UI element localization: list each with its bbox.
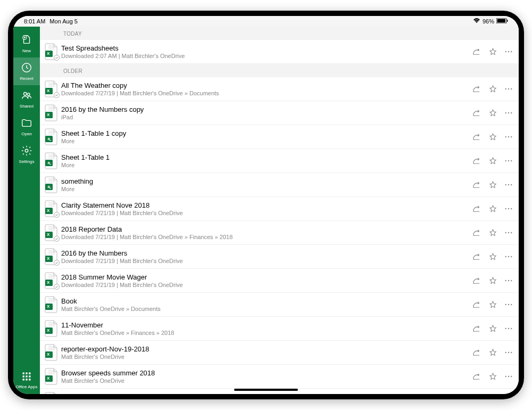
excel-file-icon: X xyxy=(44,248,58,265)
file-title: reporter-export-Nov-19-2018 xyxy=(61,345,469,353)
svg-text:X: X xyxy=(47,328,50,333)
sidebar-item-settings[interactable]: Settings xyxy=(13,141,40,168)
share-icon[interactable] xyxy=(472,132,481,142)
share-icon[interactable] xyxy=(472,228,481,237)
star-icon[interactable] xyxy=(488,204,497,214)
svg-text:X: X xyxy=(47,88,50,93)
svg-point-41 xyxy=(505,160,506,161)
excel-file-icon: X xyxy=(44,43,58,60)
share-icon[interactable] xyxy=(472,372,481,381)
share-icon[interactable] xyxy=(472,252,481,261)
file-text: 2016 by the NumbersDownloaded 7/21/19 | … xyxy=(61,249,469,264)
file-row[interactable]: X Test SpreadsheetsDownloaded 2:07 AM | … xyxy=(40,40,519,64)
file-subtitle: Downloaded 7/21/19 | Matt Birchler's One… xyxy=(61,234,469,240)
more-icon[interactable] xyxy=(504,132,513,142)
more-icon[interactable] xyxy=(504,324,513,333)
share-icon[interactable] xyxy=(472,108,481,118)
more-icon[interactable] xyxy=(504,228,513,237)
file-title: Sheet 1-Table 1 xyxy=(61,153,469,161)
file-text: 2018 Reporter DataDownloaded 7/21/19 | M… xyxy=(61,225,469,240)
share-icon[interactable] xyxy=(472,276,481,285)
star-icon[interactable] xyxy=(488,228,497,237)
more-icon[interactable] xyxy=(504,252,513,261)
file-text: 11-NovemberMatt Birchler's OneDrive » Fi… xyxy=(61,321,469,336)
star-icon[interactable] xyxy=(488,108,497,118)
star-icon[interactable] xyxy=(488,47,497,56)
more-icon[interactable] xyxy=(504,300,513,309)
svg-point-30 xyxy=(508,112,509,113)
file-list[interactable]: TODAY X Test SpreadsheetsDownloaded 2:07… xyxy=(40,27,519,394)
home-indicator[interactable] xyxy=(234,389,298,391)
more-icon[interactable] xyxy=(504,180,513,190)
file-row[interactable]: X BookMatt Birchler's OneDrive » Documen… xyxy=(40,293,519,317)
more-icon[interactable] xyxy=(504,108,513,118)
svg-rect-10 xyxy=(29,373,30,374)
file-row[interactable]: X 2016 by the Numbers copyiPad xyxy=(40,101,519,125)
more-icon[interactable] xyxy=(504,156,513,166)
star-icon[interactable] xyxy=(488,132,497,142)
file-text: 2016 by the Numbers (2)Matt Birchler's O… xyxy=(61,393,469,394)
file-row[interactable]: a Sheet 1-Table 1 copyMore xyxy=(40,125,519,149)
file-row[interactable]: X Browser speeds summer 2018Matt Birchle… xyxy=(40,365,519,389)
file-row[interactable]: X reporter-export-Nov-19-2018Matt Birchl… xyxy=(40,341,519,365)
svg-text:X: X xyxy=(47,280,50,285)
star-icon[interactable] xyxy=(488,252,497,261)
share-icon[interactable] xyxy=(472,324,481,333)
svg-point-6 xyxy=(27,93,30,96)
file-row[interactable]: X 11-NovemberMatt Birchler's OneDrive » … xyxy=(40,317,519,341)
file-text: Test SpreadsheetsDownloaded 2:07 AM | Ma… xyxy=(61,44,469,59)
excel-file-icon: X xyxy=(44,104,58,121)
svg-point-79 xyxy=(511,328,512,329)
svg-rect-46 xyxy=(49,188,51,188)
file-row[interactable]: X Clarity Statement Nove 2018Downloaded … xyxy=(40,197,519,221)
file-actions xyxy=(472,228,513,237)
star-icon[interactable] xyxy=(488,324,497,333)
file-actions xyxy=(472,180,513,190)
file-row[interactable]: X 2016 by the NumbersDownloaded 7/21/19 … xyxy=(40,245,519,269)
share-icon[interactable] xyxy=(472,156,481,166)
more-icon[interactable] xyxy=(504,84,513,94)
svg-point-78 xyxy=(508,328,509,329)
star-icon[interactable] xyxy=(488,276,497,285)
more-icon[interactable] xyxy=(504,348,513,357)
excel-file-icon: X xyxy=(44,392,58,394)
svg-point-25 xyxy=(508,88,509,89)
excel-file-icon: X xyxy=(44,368,58,385)
share-icon[interactable] xyxy=(472,300,481,309)
share-icon[interactable] xyxy=(472,84,481,94)
screen: 8:01 AM Mon Aug 5 96% New xyxy=(13,16,519,394)
file-text: All The Weather copyDownloaded 7/27/19 |… xyxy=(61,81,469,96)
file-row[interactable]: X All The Weather copyDownloaded 7/27/19… xyxy=(40,77,519,101)
star-icon[interactable] xyxy=(488,348,497,357)
svg-point-52 xyxy=(505,208,506,209)
file-row[interactable]: X 2018 Reporter DataDownloaded 7/21/19 |… xyxy=(40,221,519,245)
star-icon[interactable] xyxy=(488,180,497,190)
file-row[interactable]: a Sheet 1-Table 1More xyxy=(40,149,519,173)
share-icon[interactable] xyxy=(472,180,481,190)
file-row[interactable]: X 2018 Summer Movie WagerDownloaded 7/21… xyxy=(40,269,519,293)
sidebar-item-open[interactable]: Open xyxy=(13,113,40,141)
svg-text:X: X xyxy=(47,352,50,357)
share-icon[interactable] xyxy=(472,204,481,214)
svg-point-67 xyxy=(505,280,506,281)
more-icon[interactable] xyxy=(504,204,513,214)
more-icon[interactable] xyxy=(504,276,513,285)
star-icon[interactable] xyxy=(488,372,497,381)
svg-point-77 xyxy=(505,328,506,329)
svg-text:X: X xyxy=(47,376,50,381)
file-row[interactable]: a somethingMore xyxy=(40,173,519,197)
sidebar-item-new[interactable]: New xyxy=(13,30,40,58)
star-icon[interactable] xyxy=(488,84,497,94)
share-icon[interactable] xyxy=(472,348,481,357)
more-icon[interactable] xyxy=(504,372,513,381)
sidebar-item-shared[interactable]: Shared xyxy=(13,85,40,113)
sidebar-item-recent[interactable]: Recent xyxy=(13,58,40,85)
svg-text:X: X xyxy=(47,112,50,117)
share-icon[interactable] xyxy=(472,47,481,56)
star-icon[interactable] xyxy=(488,300,497,309)
star-icon[interactable] xyxy=(488,156,497,166)
svg-rect-14 xyxy=(23,379,24,380)
file-actions xyxy=(472,84,513,94)
more-icon[interactable] xyxy=(504,47,513,56)
sidebar-item-office-apps[interactable]: Office Apps xyxy=(13,366,40,394)
